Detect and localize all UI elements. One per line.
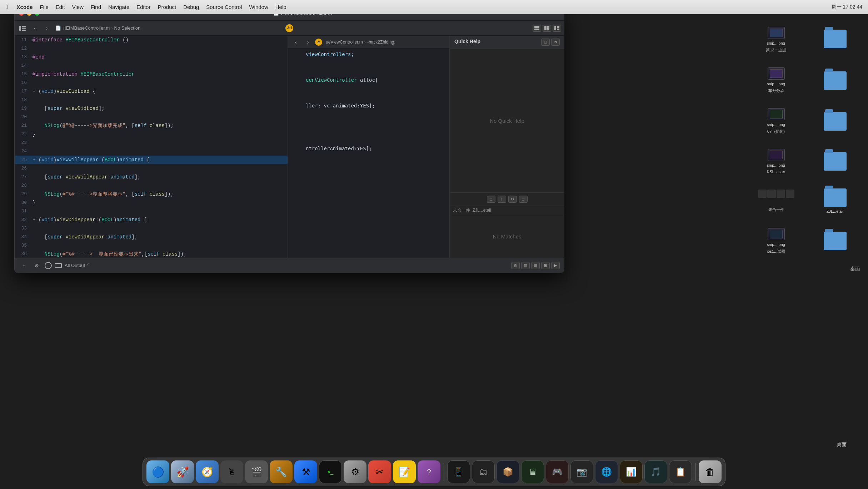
debug-output-label[interactable]: All Output ⌃	[65, 263, 90, 268]
dock-dvd[interactable]: 🎬	[245, 460, 268, 483]
dock-dark8[interactable]: 📊	[620, 460, 643, 483]
layout-btn-3[interactable]	[553, 25, 561, 32]
layout-btn-2[interactable]	[543, 25, 551, 32]
folder-zjl[interactable]: ZJL...etail	[805, 181, 864, 221]
menu-window[interactable]: Window	[249, 4, 268, 10]
quick-help-new[interactable]: □	[541, 39, 550, 46]
code-line-12: 12	[15, 44, 288, 53]
forward-button[interactable]: ›	[42, 24, 52, 32]
debug-play[interactable]: ▶	[551, 262, 560, 269]
menu-product[interactable]: Product	[158, 4, 176, 10]
menu-find[interactable]: Find	[91, 4, 101, 10]
dock-dark5[interactable]: 🎮	[546, 460, 569, 483]
dock-safari[interactable]: 🧭	[196, 460, 219, 483]
warning-badge[interactable]: ⚠ 1	[285, 24, 293, 32]
folder-icon-2	[824, 71, 847, 90]
dock-dark1[interactable]: 📱	[447, 460, 470, 483]
dock-dark3[interactable]: 📦	[497, 460, 519, 483]
sidebar-toggle[interactable]	[18, 24, 28, 32]
svg-rect-0	[19, 26, 21, 31]
menu-navigate[interactable]: Navigate	[108, 4, 129, 10]
desktop-label: 桌面	[850, 266, 860, 272]
right-breadcrumb: ueViewController.m › -back2Zhiding:	[326, 39, 395, 45]
dock-pocketred[interactable]: ✂	[368, 460, 391, 483]
back-button[interactable]: ‹	[30, 24, 40, 32]
code-line-33: 33	[15, 224, 288, 233]
dock-syspref[interactable]: ⚙	[344, 460, 366, 483]
apple-menu[interactable]: 	[6, 3, 8, 11]
breadcrumb-selection[interactable]: No Selection	[114, 25, 141, 31]
debug-hide[interactable]: ⊗	[32, 262, 42, 269]
quick-help-refresh[interactable]: ↻	[551, 39, 560, 46]
file-item-snip1[interactable]: snip....png 第13一业进	[747, 20, 805, 60]
folder-item-1[interactable]	[805, 20, 864, 60]
mouse-icon: 🖱	[227, 467, 236, 478]
right-breadcrumb-method[interactable]: -back2Zhiding:	[367, 40, 395, 45]
syspref-icon: ⚙	[351, 467, 359, 478]
debug-layout-2[interactable]: ▤	[531, 262, 540, 269]
menu-xcode[interactable]: Xcode	[17, 4, 33, 10]
code-line-36: 36 NSLog(@"%@ ----> 界面已经显示出来",[self clas…	[15, 250, 288, 258]
folder-item-3[interactable]	[805, 101, 864, 142]
breadcrumb-file[interactable]: HEIMBaseController.m	[63, 25, 110, 31]
dark2-icon: 🗂	[479, 467, 488, 477]
dock-dark6[interactable]: 📷	[570, 460, 593, 483]
dark1-icon: 📱	[453, 467, 464, 477]
right-code-panel: ‹ › ⚠ ueViewController.m › -back2Zhiding…	[288, 36, 450, 258]
left-code-editor[interactable]: 11 @interface HEIMBaseController () 12 1…	[15, 36, 288, 258]
menu-view[interactable]: View	[72, 4, 84, 10]
svg-rect-9	[557, 26, 559, 28]
menu-file[interactable]: File	[40, 4, 49, 10]
folder-item-5[interactable]	[805, 221, 864, 261]
debug-trash[interactable]: 🗑	[511, 262, 520, 269]
qh-icon-1[interactable]: □	[487, 196, 495, 203]
file-item-snip4[interactable]: snip....png KSI...aster	[747, 142, 805, 181]
small-icons-cell[interactable]: 未合一件	[747, 181, 805, 221]
debug-rect-icon	[55, 263, 62, 268]
menu-editor[interactable]: Editor	[136, 4, 150, 10]
debug-add[interactable]: +	[19, 262, 29, 269]
dock-stickies[interactable]: 📝	[393, 460, 416, 483]
menu-debug[interactable]: Debug	[183, 4, 199, 10]
folder-item-4[interactable]	[805, 142, 864, 181]
folder-item-2[interactable]	[805, 60, 864, 101]
code-line-13: 13 @end	[15, 53, 288, 61]
dark9-icon: 🎵	[650, 467, 661, 477]
debug-grid[interactable]: ⊞	[541, 262, 550, 269]
right-warning-badge[interactable]: ⚠	[315, 39, 322, 46]
code-line-16: 16	[15, 79, 288, 87]
dock-dark4[interactable]: 🖥	[521, 460, 544, 483]
code-line-22: 22 }	[15, 130, 288, 138]
menu-source-control[interactable]: Source Control	[206, 4, 242, 10]
dock-dark2[interactable]: 🗂	[472, 460, 495, 483]
dark8-icon: 📊	[626, 467, 637, 477]
file-item-snip2[interactable]: snip....png 车丹分承	[747, 60, 805, 101]
dock-launchpad[interactable]: 🚀	[171, 460, 194, 483]
qh-icon-3[interactable]: ↻	[508, 196, 517, 203]
file-item-snip5[interactable]: snip....png ios1...试题	[747, 221, 805, 261]
dock-misc1[interactable]: ?	[418, 460, 440, 483]
dock-devtools[interactable]: 🔧	[270, 460, 293, 483]
right-breadcrumb-file[interactable]: ueViewController.m	[326, 40, 363, 45]
debug-layout-1[interactable]: ▥	[521, 262, 530, 269]
code-line-14: 14	[15, 61, 288, 70]
dock-xcode[interactable]: ⚒	[294, 460, 317, 483]
terminal-icon: >_	[328, 469, 334, 475]
menu-edit[interactable]: Edit	[56, 4, 65, 10]
menu-help[interactable]: Help	[275, 4, 286, 10]
layout-btn-1[interactable]	[533, 25, 541, 32]
quick-help-body: No Quick Help	[450, 49, 564, 192]
dock-dark7[interactable]: 🌐	[595, 460, 618, 483]
dock-dark9[interactable]: 🎵	[644, 460, 667, 483]
dock-terminal[interactable]: >_	[319, 460, 342, 483]
dock-finder[interactable]: 🔵	[146, 460, 169, 483]
menubar-time: 周一 17:02:44	[832, 4, 862, 10]
file-item-snip3[interactable]: snip....png 07--(优化)	[747, 101, 805, 142]
right-forward-button[interactable]: ›	[303, 38, 313, 46]
qh-icon-4[interactable]: □	[519, 196, 528, 203]
dock-mouse[interactable]: 🖱	[220, 460, 243, 483]
dock-dark10[interactable]: 📋	[669, 460, 692, 483]
right-back-button[interactable]: ‹	[291, 38, 301, 46]
dock-trash[interactable]: 🗑	[699, 460, 722, 483]
qh-icon-2[interactable]: ↑	[498, 196, 506, 203]
